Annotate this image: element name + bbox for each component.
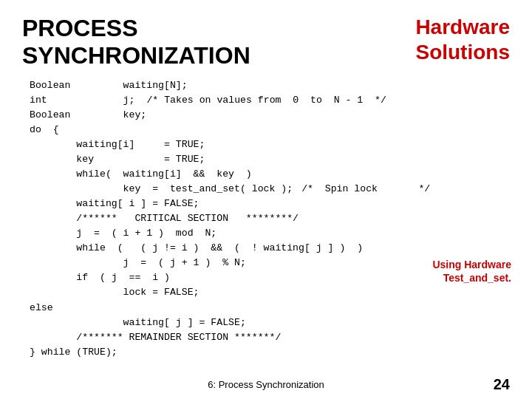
code-block: Boolean waiting[N]; int j; /* Takes on v… xyxy=(22,78,510,360)
code-line-11: j = ( i + 1 ) mod N; xyxy=(30,226,510,241)
code-line-12: while ( ( j != i ) && ( ! waiting[ j ] )… xyxy=(30,241,510,256)
code-line-7: while( waiting[i] && key ) xyxy=(30,167,510,182)
code-line-17: waiting[ j ] = FALSE; xyxy=(30,316,510,330)
title-line2: SYNCHRONIZATION xyxy=(22,42,250,69)
code-line-9: waiting[ i ] = FALSE; xyxy=(30,197,510,211)
header: PROCESS SYNCHRONIZATION Hardware Solutio… xyxy=(22,15,510,69)
code-line-18: /******* REMAINDER SECTION *******/ xyxy=(30,330,510,345)
code-line-16: else xyxy=(30,301,510,316)
code-line-1: Boolean waiting[N]; xyxy=(30,78,510,93)
footer-page-number: 24 xyxy=(494,376,510,393)
code-line-8: key = test_and_set( lock ); /* Spin lock… xyxy=(30,182,510,197)
code-line-4: do { xyxy=(30,123,510,137)
subtitle-line2: Solutions xyxy=(415,41,510,64)
comment-line8: /* Spin lock */ xyxy=(301,182,430,197)
using-hardware-note: Using Hardware Test_and_set. xyxy=(432,258,511,284)
comment-line2: /* Takes on values from 0 to N - 1 */ xyxy=(146,93,386,108)
subtitle-line1: Hardware xyxy=(415,16,510,38)
title-line1: PROCESS xyxy=(22,15,137,41)
slide-title-right: Hardware Solutions xyxy=(415,15,510,64)
slide: PROCESS SYNCHRONIZATION Hardware Solutio… xyxy=(0,0,532,399)
code-line-3: Boolean key; xyxy=(30,108,510,123)
footer: 6: Process Synchronization 24 xyxy=(0,379,532,390)
footer-label: 6: Process Synchronization xyxy=(208,379,324,390)
code-line-15: lock = FALSE; xyxy=(30,285,510,300)
code-line-10: /****** CRITICAL SECTION ********/ xyxy=(30,211,510,226)
slide-title-left: PROCESS SYNCHRONIZATION xyxy=(22,15,250,69)
code-line-6: key = TRUE; xyxy=(30,152,510,167)
code-line-last: } while (TRUE); xyxy=(30,345,510,360)
code-line-5: waiting[i] = TRUE; xyxy=(30,137,510,152)
code-line-2: int j; /* Takes on values from 0 to N - … xyxy=(30,93,510,108)
